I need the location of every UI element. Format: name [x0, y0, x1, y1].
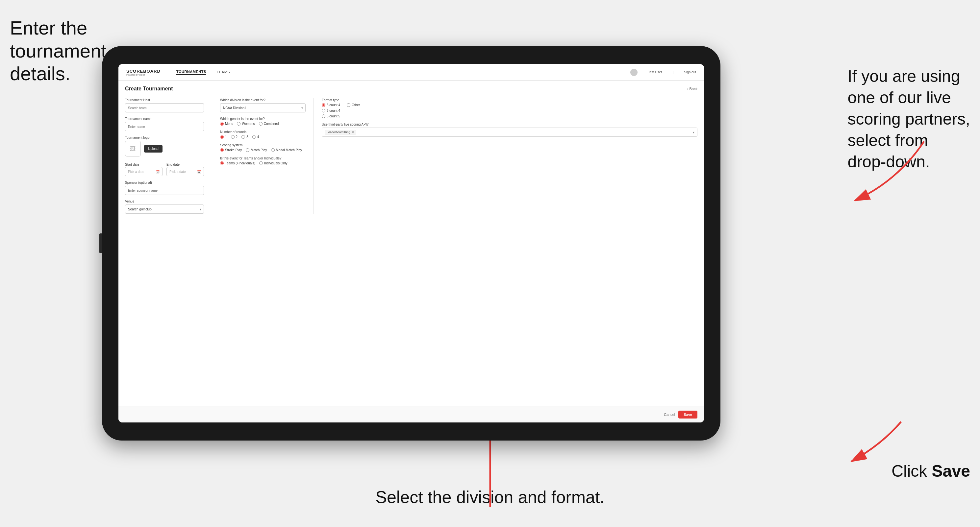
gender-radio-group: Mens Womens Combined	[220, 122, 305, 125]
end-date-input[interactable]: Pick a date 📅	[167, 167, 204, 176]
rounds-radio-group: 1 2 3	[220, 135, 305, 139]
gender-combined-radio[interactable]	[259, 122, 262, 125]
scoring-match-radio[interactable]	[246, 148, 249, 152]
teams-individuals[interactable]: Individuals Only	[259, 162, 288, 165]
tournament-logo-group: Tournament logo 🖼 Upload	[125, 136, 204, 157]
rounds-2-label: 2	[236, 135, 238, 139]
format-6count4[interactable]: 6 count 4	[322, 109, 340, 113]
date-row: Start date Pick a date 📅 End date	[125, 161, 204, 176]
gender-womens[interactable]: Womens	[237, 122, 255, 125]
back-link[interactable]: Back	[687, 87, 697, 91]
format-6count5-radio[interactable]	[322, 114, 325, 118]
scoring-radio-group: Stroke Play Match Play Medal Match Play	[220, 148, 305, 152]
calendar-icon-end: 📅	[197, 170, 201, 174]
tournament-name-label: Tournament name	[125, 117, 204, 121]
cancel-button[interactable]: Cancel	[664, 413, 675, 416]
start-date-label: Start date	[125, 163, 139, 167]
nav-logo: SCOREBOARD Powered by clippit	[126, 69, 161, 76]
nav-user-label: Test User	[648, 70, 662, 74]
gender-mens-label: Mens	[225, 122, 233, 125]
format-other-label: Other	[352, 103, 360, 107]
live-scoring-select[interactable]: Leaderboard King ✕ ▾	[322, 127, 697, 137]
tablet-side-button	[99, 233, 102, 253]
start-date-input[interactable]: Pick a date 📅	[125, 167, 162, 176]
rounds-4[interactable]: 4	[252, 135, 259, 139]
format-5count4-label: 5 count 4	[327, 103, 340, 107]
logo-placeholder: 🖼	[125, 141, 141, 157]
live-scoring-remove[interactable]: ✕	[352, 130, 354, 134]
teams-radio-group: Teams (+Individuals) Individuals Only	[220, 162, 305, 165]
division-select[interactable]: NCAA Division I	[220, 103, 305, 113]
scoring-stroke-radio[interactable]	[220, 148, 224, 152]
gender-womens-radio[interactable]	[237, 122, 240, 125]
annotation-topright: If you are using one of our live scoring…	[848, 66, 970, 173]
save-button[interactable]: Save	[678, 411, 697, 419]
sponsor-input[interactable]	[125, 186, 204, 195]
teams-individuals-radio[interactable]	[259, 162, 263, 165]
format-other-radio[interactable]	[347, 103, 350, 107]
rounds-2[interactable]: 2	[231, 135, 238, 139]
scoring-group: Scoring system Stroke Play Match Play	[220, 143, 305, 152]
rounds-1-radio[interactable]	[220, 135, 224, 139]
gender-mens[interactable]: Mens	[220, 122, 233, 125]
rounds-1-label: 1	[225, 135, 227, 139]
format-group: Format type 5 count 4	[322, 98, 697, 118]
teams-individuals-label: Individuals Only	[264, 162, 288, 165]
end-date-placeholder: Pick a date	[169, 170, 186, 174]
annotation-bottomcenter: Select the division and format.	[375, 487, 605, 507]
scoring-stroke[interactable]: Stroke Play	[220, 148, 242, 152]
scoring-medal-match-radio[interactable]	[271, 148, 275, 152]
venue-select[interactable]: Search golf club	[125, 205, 204, 214]
scoring-match[interactable]: Match Play	[246, 148, 267, 152]
live-scoring-group: Use third-party live scoring API? Leader…	[322, 123, 697, 137]
gender-combined[interactable]: Combined	[259, 122, 279, 125]
gender-mens-radio[interactable]	[220, 122, 224, 125]
teams-teams-label: Teams (+Individuals)	[225, 162, 255, 165]
rounds-group: Number of rounds 1 2	[220, 130, 305, 139]
format-6count5-label: 6 count 5	[327, 114, 340, 118]
rounds-3-label: 3	[247, 135, 248, 139]
tournament-logo-label: Tournament logo	[125, 136, 204, 140]
nav-avatar	[630, 69, 638, 76]
nav-link-teams[interactable]: TEAMS	[217, 70, 230, 75]
tournament-name-input[interactable]	[125, 122, 204, 131]
click-save-bold: Save	[932, 462, 970, 480]
format-other[interactable]: Other	[347, 103, 360, 107]
start-date-placeholder: Pick a date	[128, 170, 144, 174]
teams-teams[interactable]: Teams (+Individuals)	[220, 162, 255, 165]
form-body: Tournament Host Tournament name Tourname…	[125, 98, 697, 214]
format-5count4[interactable]: 5 count 4	[322, 103, 340, 107]
live-scoring-dropdown-icon: ▾	[693, 130, 694, 134]
upload-button[interactable]: Upload	[144, 145, 162, 152]
nav-signout-link[interactable]: Sign out	[684, 70, 696, 74]
nav-link-tournaments[interactable]: TOURNAMENTS	[176, 70, 206, 75]
format-6count5[interactable]: 6 count 5	[322, 114, 340, 118]
live-scoring-tag: Leaderboard King ✕	[325, 130, 356, 135]
format-options: 5 count 4 6 count 4 6 coun	[322, 103, 697, 118]
rounds-4-radio[interactable]	[252, 135, 256, 139]
nav-bar: SCOREBOARD Powered by clippit TOURNAMENT…	[118, 64, 704, 81]
rounds-3[interactable]: 3	[242, 135, 248, 139]
divider-left-middle	[212, 98, 212, 214]
tournament-name-group: Tournament name	[125, 117, 204, 131]
end-date-group: End date Pick a date 📅	[167, 161, 204, 176]
rounds-2-radio[interactable]	[231, 135, 235, 139]
rounds-3-radio[interactable]	[242, 135, 245, 139]
form-footer: Cancel Save	[118, 406, 704, 422]
rounds-1[interactable]: 1	[220, 135, 227, 139]
click-save-prefix: Click	[891, 462, 932, 480]
scoring-medal-match[interactable]: Medal Match Play	[271, 148, 302, 152]
live-scoring-value: Leaderboard King	[327, 130, 350, 134]
teams-teams-radio[interactable]	[220, 162, 224, 165]
gender-womens-label: Womens	[242, 122, 255, 125]
tablet-screen: SCOREBOARD Powered by clippit TOURNAMENT…	[118, 64, 704, 422]
format-5count4-radio[interactable]	[322, 103, 325, 107]
rounds-4-label: 4	[257, 135, 259, 139]
venue-select-wrapper: Search golf club	[125, 205, 204, 214]
format-label: Format type	[322, 98, 697, 102]
start-date-group: Start date Pick a date 📅	[125, 161, 162, 176]
tournament-host-input[interactable]	[125, 103, 204, 113]
form-col-right: Format type 5 count 4	[322, 98, 697, 214]
format-6count4-radio[interactable]	[322, 109, 325, 113]
teams-group: Is this event for Teams and/or Individua…	[220, 157, 305, 165]
